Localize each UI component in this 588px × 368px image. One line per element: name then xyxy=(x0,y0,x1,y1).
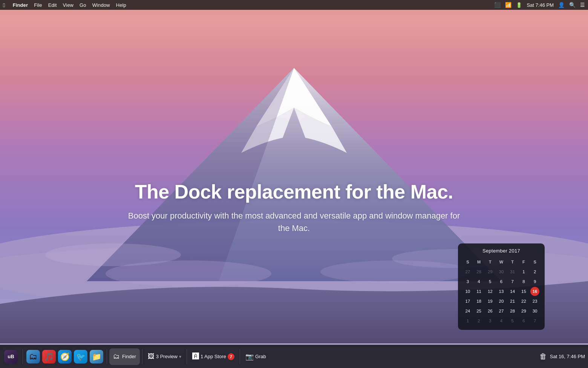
user-icon[interactable]: 👤 xyxy=(558,2,565,8)
grab-dock-item[interactable]: 📷 Grab xyxy=(242,348,269,365)
dock-time: Sat 16, 7:46 PM xyxy=(550,354,585,359)
dock-divider-4 xyxy=(187,349,187,364)
calendar-day[interactable]: 11 xyxy=(475,287,484,296)
grab-icon: 📷 xyxy=(245,353,254,361)
menu-edit[interactable]: Edit xyxy=(48,2,57,8)
calendar-day[interactable]: 27 xyxy=(463,267,472,276)
preview-dock-item[interactable]: 🖼 3 Preview ▾ xyxy=(145,348,184,365)
menu-window[interactable]: Window xyxy=(92,2,110,8)
calendar-day[interactable]: 25 xyxy=(475,306,484,316)
calendar-day[interactable]: 2 xyxy=(530,267,539,276)
calendar-day[interactable]: 2 xyxy=(475,316,484,325)
appstore-badge: 7 xyxy=(228,353,234,360)
safari-icon[interactable]: 🧭 xyxy=(58,350,72,363)
wifi-icon[interactable]: 📶 xyxy=(505,2,511,8)
apple-menu[interactable]:  xyxy=(3,2,5,8)
dock-divider-1 xyxy=(23,349,23,364)
files-dock-icon[interactable]: 📁 xyxy=(90,350,103,363)
calendar-day[interactable]: 3 xyxy=(485,316,495,325)
twitter-dock-icon[interactable]: 🐦 xyxy=(74,350,87,363)
calendar-dow: T xyxy=(485,257,495,266)
calendar-day[interactable]: 7 xyxy=(530,316,539,325)
appstore-label: 1 App Store xyxy=(201,354,226,359)
calendar-day[interactable]: 14 xyxy=(508,287,517,296)
menu-go[interactable]: Go xyxy=(80,2,86,8)
calendar-day[interactable]: 18 xyxy=(475,297,484,306)
appstore-dock-item[interactable]: 🅰 1 App Store 7 xyxy=(189,348,237,365)
dock: uB 🗂 🎵 🧭 🐦 📁 🗂 Finder 🖼 xyxy=(0,345,588,368)
calendar-day[interactable]: 20 xyxy=(497,297,506,306)
finder-dock-icon[interactable]: 🗂 xyxy=(26,350,40,363)
calendar-day[interactable]: 28 xyxy=(475,267,484,276)
menu-view[interactable]: View xyxy=(63,2,74,8)
calendar-day[interactable]: 5 xyxy=(508,316,517,325)
music-icon[interactable]: 🎵 xyxy=(42,350,56,363)
calendar-day[interactable]: 6 xyxy=(519,316,528,325)
calendar-day[interactable]: 4 xyxy=(497,316,506,325)
calendar-day[interactable]: 30 xyxy=(530,306,539,316)
calendar-day[interactable]: 1 xyxy=(519,267,528,276)
menubar-right: ⬛ 📶 🔋 Sat 7:46 PM 👤 🔍 ☰ xyxy=(494,2,585,8)
ubar-logo-icon[interactable]: uB xyxy=(4,350,18,363)
list-icon[interactable]: ☰ xyxy=(580,2,585,8)
calendar-day[interactable]: 16 xyxy=(530,287,539,296)
calendar-day[interactable]: 27 xyxy=(497,306,506,316)
calendar-day[interactable]: 30 xyxy=(497,267,506,276)
menu-file[interactable]: File xyxy=(34,2,42,8)
calendar-day[interactable]: 23 xyxy=(530,297,539,306)
calendar-day[interactable]: 10 xyxy=(463,287,472,296)
calendar-day[interactable]: 26 xyxy=(485,306,495,316)
calendar-day[interactable]: 6 xyxy=(497,277,506,286)
dock-divider-5 xyxy=(240,349,240,364)
grab-label: Grab xyxy=(255,354,266,359)
calendar-day[interactable]: 31 xyxy=(508,267,517,276)
calendar-day[interactable]: 4 xyxy=(475,277,484,286)
search-icon[interactable]: 🔍 xyxy=(569,2,576,8)
trash-icon[interactable]: 🗑 xyxy=(539,352,547,361)
twitter-icon[interactable]: 🐦 xyxy=(74,350,87,363)
finder-active-label: Finder xyxy=(122,354,136,359)
calendar-day[interactable]: 22 xyxy=(519,297,528,306)
calendar-day[interactable]: 7 xyxy=(508,277,517,286)
airplay-icon[interactable]: ⬛ xyxy=(494,2,501,8)
calendar-day[interactable]: 13 xyxy=(497,287,506,296)
safari-dock-icon[interactable]: 🧭 xyxy=(58,350,72,363)
finder-active-item[interactable]: 🗂 Finder xyxy=(109,348,140,365)
dock-right: 🗑 Sat 16, 7:46 PM xyxy=(539,352,585,361)
calendar-day[interactable]: 29 xyxy=(519,306,528,316)
calendar-title: September 2017 xyxy=(462,248,540,254)
calendar-dow: W xyxy=(497,257,506,266)
calendar-day[interactable]: 24 xyxy=(463,306,472,316)
calendar-day[interactable]: 29 xyxy=(485,267,495,276)
preview-icon: 🖼 xyxy=(148,353,155,360)
calendar-day[interactable]: 28 xyxy=(508,306,517,316)
calendar-day[interactable]: 21 xyxy=(508,297,517,306)
preview-chevron[interactable]: ▾ xyxy=(179,354,181,359)
menu-help[interactable]: Help xyxy=(116,2,126,8)
calendar-day[interactable]: 5 xyxy=(485,277,495,286)
ubar-icon[interactable]: uB xyxy=(4,350,19,363)
menubar-left:  Finder File Edit View Go Window Help xyxy=(3,2,494,8)
battery-icon[interactable]: 🔋 xyxy=(516,2,522,8)
calendar-day[interactable]: 17 xyxy=(463,297,472,306)
calendar-day[interactable]: 15 xyxy=(519,287,528,296)
calendar-day[interactable]: 3 xyxy=(463,277,472,286)
calendar-day[interactable]: 19 xyxy=(485,297,495,306)
files-icon[interactable]: 📁 xyxy=(90,350,103,363)
calendar-grid: SMTWTFS272829303112345678910111213141516… xyxy=(462,257,540,325)
calendar-dow: T xyxy=(508,257,517,266)
calendar-widget: September 2017 SMTWTFS272829303112345678… xyxy=(458,243,545,330)
appstore-icon: 🅰 xyxy=(192,353,199,360)
finder-icon[interactable]: 🗂 xyxy=(26,350,40,363)
calendar-day[interactable]: 1 xyxy=(463,316,472,325)
music-dock-icon[interactable]: 🎵 xyxy=(42,350,56,363)
dock-divider-3 xyxy=(142,349,142,364)
calendar-day[interactable]: 12 xyxy=(485,287,495,296)
svg-point-5 xyxy=(106,260,271,287)
calendar-dow: M xyxy=(475,257,484,266)
menu-finder[interactable]: Finder xyxy=(13,2,28,8)
calendar-dow: F xyxy=(519,257,528,266)
subheadline: Boost your productivity with the most ad… xyxy=(124,209,464,234)
calendar-day[interactable]: 8 xyxy=(519,277,528,286)
calendar-day[interactable]: 9 xyxy=(530,277,539,286)
